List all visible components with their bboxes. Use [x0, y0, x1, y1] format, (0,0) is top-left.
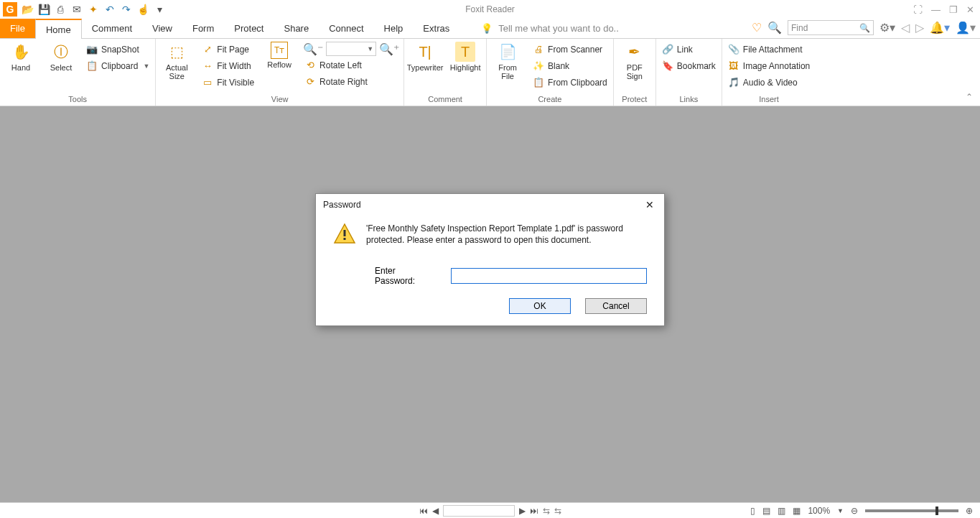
zoom-in-icon[interactable]: 🔍⁺ [379, 42, 399, 56]
group-view: ⬚ Actual Size ⤢Fit Page ↔Fit Width ▭Fit … [156, 39, 404, 106]
tab-view[interactable]: View [142, 19, 182, 38]
nav-next-icon[interactable]: ▷ [915, 21, 924, 34]
tab-share[interactable]: Share [274, 19, 319, 38]
collapse-ribbon-icon[interactable]: ⌃ [966, 92, 973, 102]
touch-mode-icon[interactable]: ☝ [136, 3, 149, 16]
actual-size-label: Actual Size [160, 63, 193, 80]
from-clipboard-button[interactable]: 📋From Clipboard [531, 75, 609, 90]
zoom-out-status-icon[interactable]: ⊖ [851, 506, 858, 516]
bell-icon[interactable]: 🔔▾ [930, 21, 950, 34]
image-annotation-label: Image Annotation [743, 61, 810, 71]
audio-video-button[interactable]: 🎵Audio & Video [727, 75, 811, 90]
rotate-left-button[interactable]: ⟲Rotate Left [303, 57, 399, 73]
view-continuous-facing-icon[interactable]: ▦ [793, 506, 801, 516]
maximize-icon[interactable]: ❐ [949, 4, 958, 15]
image-annotation-button[interactable]: 🖼Image Annotation [727, 58, 811, 73]
view-facing-icon[interactable]: ▥ [778, 506, 785, 516]
mail-icon[interactable]: ✉ [70, 3, 83, 16]
search-icon[interactable]: 🔍 [859, 23, 870, 33]
fit-visible-button[interactable]: ▭Fit Visible [200, 75, 256, 90]
tab-home[interactable]: Home [35, 19, 82, 39]
group-view-label: View [160, 93, 399, 106]
close-window-icon[interactable]: ✕ [966, 4, 974, 15]
tab-form[interactable]: Form [182, 19, 224, 38]
user-icon[interactable]: 👤▾ [956, 21, 976, 34]
zoom-dropdown-icon[interactable]: ▼ [837, 507, 844, 514]
new-icon[interactable]: ✦ [87, 3, 100, 16]
redo-icon[interactable]: ↷ [120, 3, 133, 16]
undo-icon[interactable]: ↶ [103, 3, 116, 16]
close-icon[interactable]: ✕ [641, 196, 658, 213]
clipboard-button[interactable]: 📋Clipboard▼ [85, 58, 151, 73]
from-scanner-button[interactable]: 🖨From Scanner [531, 42, 609, 57]
from-clipboard-icon: 📋 [533, 77, 544, 88]
next-page-icon[interactable]: ▶ [519, 506, 526, 516]
dialog-title: Password [323, 200, 361, 210]
zoom-out-icon[interactable]: 🔍⁻ [303, 42, 323, 56]
zoom-in-status-icon[interactable]: ⊕ [966, 506, 973, 516]
blank-button[interactable]: ✨Blank [531, 58, 609, 73]
select-button[interactable]: Ⓘ Select [45, 40, 78, 72]
fit-page-button[interactable]: ⤢Fit Page [200, 42, 256, 57]
hand-button[interactable]: ✋ Hand [4, 40, 37, 72]
save-icon[interactable]: 💾 [37, 3, 50, 16]
search-input[interactable]: Find 🔍 [788, 20, 874, 35]
open-icon[interactable]: 📂 [21, 3, 34, 16]
tab-comment[interactable]: Comment [82, 19, 142, 38]
chevron-down-icon: ▼ [367, 45, 373, 52]
hand-icon: ✋ [11, 42, 31, 62]
minimize-icon[interactable]: ― [931, 4, 941, 15]
from-clipboard-label: From Clipboard [548, 78, 607, 88]
actual-size-button[interactable]: ⬚ Actual Size [160, 40, 193, 80]
fit-width-button[interactable]: ↔Fit Width [200, 58, 256, 73]
zoom-slider[interactable] [865, 509, 958, 512]
highlight-button[interactable]: T Highlight [449, 40, 482, 72]
link-button[interactable]: 🔗Link [661, 42, 717, 57]
qat-dropdown-icon[interactable]: ▾ [153, 3, 166, 16]
tell-me[interactable]: 💡 Tell me what you want to do.. [481, 19, 619, 38]
tab-file[interactable]: File [0, 19, 35, 38]
view-continuous-icon[interactable]: ▤ [762, 506, 770, 516]
image-icon: 🖼 [728, 60, 739, 72]
from-file-button[interactable]: 📄 From File [491, 40, 524, 80]
chevron-down-icon: ▼ [143, 63, 149, 70]
last-page-icon[interactable]: ⏭ [530, 506, 538, 516]
reflow-nav2-icon[interactable]: ⇆ [554, 506, 561, 516]
reflow-button[interactable]: Tᴛ Reflow [263, 40, 296, 69]
password-input[interactable] [451, 268, 647, 284]
tab-extras[interactable]: Extras [413, 19, 459, 38]
pdf-sign-button[interactable]: ✒ PDF Sign [618, 40, 651, 80]
page-input[interactable] [443, 505, 515, 517]
find-folder-icon[interactable]: 🔍 [767, 21, 782, 34]
pdf-sign-label: PDF Sign [618, 63, 651, 80]
nav-prev-icon[interactable]: ◁ [901, 21, 910, 34]
reflow-nav-icon[interactable]: ⇆ [543, 506, 550, 516]
cancel-button[interactable]: Cancel [585, 298, 647, 314]
snapshot-button[interactable]: 📷SnapShot [85, 42, 151, 57]
svg-rect-1 [344, 230, 346, 236]
scanner-icon: 🖨 [533, 44, 544, 55]
print-icon[interactable]: ⎙ [54, 3, 67, 16]
bookmark-button[interactable]: 🔖Bookmark [661, 58, 717, 73]
typewriter-button[interactable]: T| Typewriter [409, 40, 442, 72]
fullscreen-icon[interactable]: ⛶ [913, 4, 923, 15]
gear-icon[interactable]: ⚙▾ [879, 21, 895, 34]
reflow-label: Reflow [267, 60, 291, 69]
ribbon: ✋ Hand Ⓘ Select 📷SnapShot 📋Clipboard▼ To… [0, 39, 980, 106]
tell-me-placeholder: Tell me what you want to do.. [498, 23, 619, 34]
heart-icon[interactable]: ♡ [752, 21, 762, 34]
tab-help[interactable]: Help [374, 19, 414, 38]
ok-button[interactable]: OK [509, 298, 571, 314]
tab-protect[interactable]: Protect [224, 19, 274, 38]
view-single-icon[interactable]: ▯ [750, 506, 755, 516]
ribbon-tabbar: File Home Comment View Form Protect Shar… [0, 19, 980, 39]
zoom-combo[interactable]: ▼ [326, 42, 376, 56]
tab-connect[interactable]: Connect [319, 19, 373, 38]
prev-page-icon[interactable]: ◀ [432, 506, 439, 516]
select-icon: Ⓘ [51, 42, 71, 62]
rotate-right-button[interactable]: ⟳Rotate Right [303, 74, 399, 89]
file-attachment-button[interactable]: 📎File Attachment [727, 42, 811, 57]
select-label: Select [50, 63, 73, 72]
zoom-slider-thumb[interactable] [935, 507, 938, 515]
first-page-icon[interactable]: ⏮ [419, 506, 428, 516]
